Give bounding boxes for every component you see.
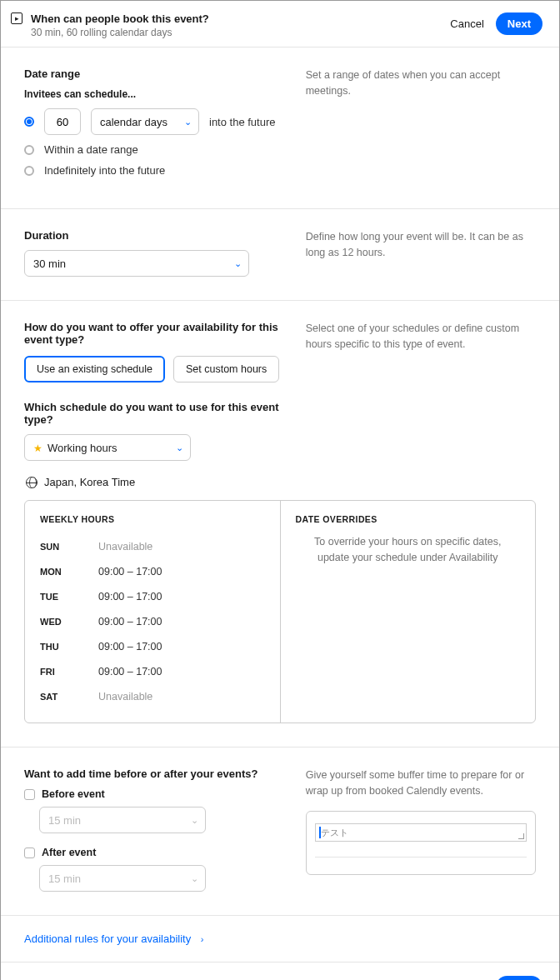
duration-heading: Duration <box>24 229 289 242</box>
day-name: MON <box>40 567 98 577</box>
weekly-hours-row: MON09:00 – 17:00 <box>40 559 265 584</box>
weekly-hours-row: TUE09:00 – 17:00 <box>40 584 265 609</box>
radio-date-range[interactable] <box>24 145 34 155</box>
date-overrides-msg: To override your hours on specific dates… <box>296 534 521 566</box>
chevron-down-icon: ⌄ <box>184 117 192 128</box>
duration-select[interactable]: 30 min ⌄ <box>24 250 249 277</box>
day-name: TUE <box>40 592 98 602</box>
schedule-select[interactable]: ★Working hours ⌄ <box>24 434 191 461</box>
chevron-down-icon: ⌄ <box>191 873 198 884</box>
radio-indefinite-label: Indefinitely into the future <box>44 164 165 177</box>
divider <box>315 857 527 858</box>
before-event-label: Before event <box>42 788 105 800</box>
availability-help: Select one of your schedules or define c… <box>306 321 536 461</box>
additional-rules-toggle[interactable]: Additional rules for your availability › <box>24 932 203 945</box>
day-hours: 09:00 – 17:00 <box>98 666 162 678</box>
after-event-label: After event <box>42 847 96 858</box>
day-name: SAT <box>40 692 98 702</box>
tab-custom-hours[interactable]: Set custom hours <box>173 356 279 382</box>
weekly-hours-row: SATUnavailable <box>40 684 265 709</box>
date-range-help: Set a range of dates when you can accept… <box>306 68 536 185</box>
weekly-hours-row: WED09:00 – 17:00 <box>40 609 265 634</box>
buffer-help: Give yourself some buffer time to prepar… <box>306 768 536 799</box>
text-cursor <box>319 827 321 838</box>
calendar-icon: ▸ <box>11 12 22 24</box>
day-name: SUN <box>40 542 98 552</box>
before-event-checkbox[interactable] <box>24 789 35 800</box>
date-overrides-heading: DATE OVERRIDES <box>296 514 521 524</box>
weekly-hours-row: SUNUnavailable <box>40 534 265 559</box>
radio-rolling[interactable] <box>24 117 34 127</box>
cancel-button-top[interactable]: Cancel <box>450 18 483 30</box>
day-hours: Unavailable <box>98 541 152 552</box>
radio-date-range-label: Within a date range <box>44 143 138 156</box>
day-name: FRI <box>40 667 98 677</box>
weekly-hours-row: THU09:00 – 17:00 <box>40 634 265 659</box>
day-hours: 09:00 – 17:00 <box>98 591 162 602</box>
before-buffer-select[interactable]: 15 min ⌄ <box>39 807 206 833</box>
next-button-bottom[interactable]: Next <box>496 976 542 980</box>
day-hours: 09:00 – 17:00 <box>98 566 162 578</box>
rolling-days-input[interactable] <box>44 108 81 135</box>
chevron-down-icon: ⌄ <box>234 258 242 269</box>
day-hours: 09:00 – 17:00 <box>98 641 162 652</box>
globe-icon <box>26 477 38 488</box>
rolling-suffix: into the future <box>209 116 276 128</box>
next-button-top[interactable]: Next <box>496 12 542 35</box>
rolling-unit-select[interactable]: calendar days ⌄ <box>91 108 199 135</box>
timezone-label: Japan, Korea Time <box>44 476 135 488</box>
page-title: When can people book this event? <box>31 12 209 25</box>
star-icon: ★ <box>33 442 42 454</box>
buffer-note-text: テスト <box>321 828 348 838</box>
rolling-unit-value: calendar days <box>100 116 168 128</box>
day-hours: Unavailable <box>98 691 152 702</box>
chevron-right-icon: › <box>201 934 204 944</box>
buffer-note-input[interactable]: テスト <box>315 823 527 842</box>
tab-existing-schedule[interactable]: Use an existing schedule <box>24 356 165 382</box>
weekly-hours-row: FRI09:00 – 17:00 <box>40 659 265 684</box>
chevron-down-icon: ⌄ <box>176 442 183 453</box>
buffer-heading: Want to add time before or after your ev… <box>24 768 289 780</box>
chevron-down-icon: ⌄ <box>191 815 198 826</box>
duration-value: 30 min <box>33 258 66 270</box>
after-event-checkbox[interactable] <box>24 848 35 858</box>
day-name: THU <box>40 642 98 652</box>
additional-rules-label: Additional rules for your availability <box>24 932 191 945</box>
schedule-value: Working hours <box>48 442 118 454</box>
duration-help: Define how long your event will be. It c… <box>306 229 536 277</box>
buffer-ime-box: テスト <box>306 811 536 875</box>
day-hours: 09:00 – 17:00 <box>98 616 162 628</box>
page-subtitle: 30 min, 60 rolling calendar days <box>31 27 209 38</box>
availability-question: How do you want to offer your availabili… <box>24 321 289 346</box>
day-name: WED <box>40 617 98 627</box>
date-range-sub: Invitees can schedule... <box>24 88 289 100</box>
after-buffer-select[interactable]: 15 min ⌄ <box>39 865 206 892</box>
before-buffer-value: 15 min <box>48 814 81 827</box>
schedule-question: Which schedule do you want to use for th… <box>24 401 289 426</box>
date-range-heading: Date range <box>24 68 289 80</box>
radio-indefinite[interactable] <box>24 166 34 176</box>
weekly-hours-heading: WEEKLY HOURS <box>40 514 265 524</box>
after-buffer-value: 15 min <box>48 872 81 885</box>
